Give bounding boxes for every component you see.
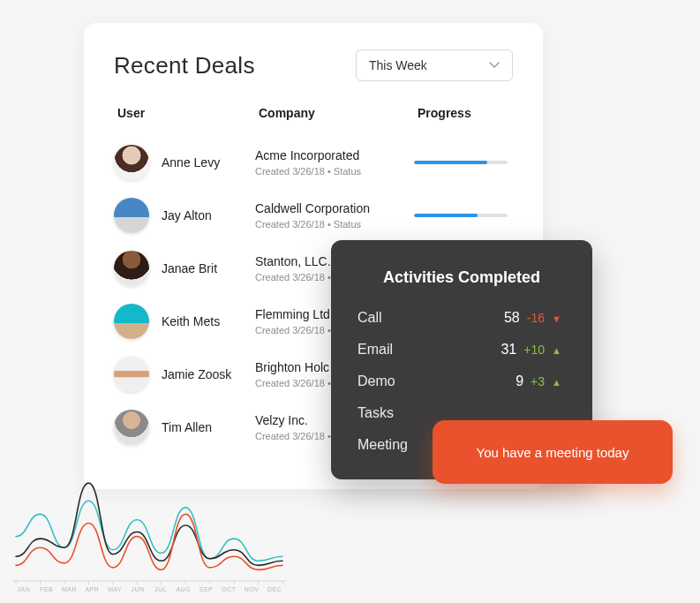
mini-line-chart — [12, 464, 286, 593]
user-cell: Jamie Zoosk — [114, 357, 255, 392]
company-name: Acme Incorporated — [255, 148, 414, 162]
progress-bar — [414, 214, 508, 217]
user-name: Tim Allen — [162, 420, 212, 434]
company-meta: Created 3/26/18 • Status — [255, 166, 414, 177]
deals-header: Recent Deals This Week — [114, 49, 513, 81]
activity-row: Email31+10▲ — [358, 342, 566, 358]
progress-cell — [414, 161, 513, 164]
activity-row: Tasks — [358, 405, 566, 421]
company-cell: Caldwell CorporationCreated 3/26/18 • St… — [255, 201, 414, 230]
user-cell: Jay Alton — [114, 198, 255, 233]
progress-cell — [414, 214, 513, 217]
progress-bar — [414, 161, 508, 164]
deals-column-headers: User Company Progress — [114, 106, 513, 120]
activity-delta: +10 — [523, 343, 545, 357]
user-name: Jay Alton — [162, 208, 212, 222]
trend-up-icon: ▲ — [552, 377, 566, 388]
month-label: MAY — [103, 586, 126, 592]
month-label: JUN — [126, 586, 149, 592]
activity-delta: -16 — [527, 311, 545, 325]
mini-chart-months: JANFEBMARAPRMAYJUNJULAUGSEPOCTNOVDEC — [12, 586, 286, 592]
month-label: NOV — [240, 586, 263, 592]
month-label: APR — [80, 586, 103, 592]
avatar — [114, 145, 149, 180]
avatar — [114, 304, 149, 339]
col-company: Company — [259, 106, 418, 120]
month-label: OCT — [217, 586, 240, 592]
user-cell: Keith Mets — [114, 304, 255, 339]
trend-down-icon: ▼ — [552, 313, 566, 324]
company-cell: Acme IncorporatedCreated 3/26/18 • Statu… — [255, 148, 414, 177]
user-cell: Tim Allen — [114, 410, 255, 445]
col-user: User — [117, 106, 259, 120]
date-range-select[interactable]: This Week — [356, 49, 513, 81]
avatar — [114, 198, 149, 233]
date-range-label: This Week — [369, 58, 427, 72]
month-label: JUL — [149, 586, 172, 592]
activity-delta: +3 — [531, 374, 545, 388]
user-cell: Janae Brit — [114, 251, 255, 286]
activity-label: Demo — [358, 373, 508, 389]
user-name: Jamie Zoosk — [162, 367, 231, 381]
activity-value: 31 — [501, 342, 516, 358]
avatar — [114, 251, 149, 286]
avatar — [114, 357, 149, 392]
month-label: MAR — [58, 586, 81, 592]
company-name: Caldwell Corporation — [255, 201, 414, 215]
table-row[interactable]: Jay AltonCaldwell CorporationCreated 3/2… — [114, 189, 513, 242]
month-label: JAN — [12, 586, 35, 592]
deals-title: Recent Deals — [114, 52, 255, 79]
month-label: DEC — [263, 586, 286, 592]
col-progress: Progress — [418, 106, 513, 120]
activity-label: Call — [358, 310, 497, 326]
chevron-down-icon — [489, 62, 500, 69]
user-name: Anne Levy — [162, 155, 220, 170]
activity-row: Call58-16▼ — [358, 310, 566, 326]
activity-row: Demo9+3▲ — [358, 373, 566, 389]
activity-label: Tasks — [358, 405, 531, 421]
activity-label: Email — [358, 342, 493, 358]
company-meta: Created 3/26/18 • Status — [255, 219, 414, 230]
month-label: SEP — [195, 586, 218, 592]
user-name: Janae Brit — [162, 261, 217, 275]
notification-text: You have a meeting today — [477, 445, 629, 460]
table-row[interactable]: Anne LevyAcme IncorporatedCreated 3/26/1… — [114, 136, 513, 189]
month-label: AUG — [172, 586, 195, 592]
trend-up-icon: ▲ — [552, 345, 566, 356]
meeting-notification[interactable]: You have a meeting today — [433, 420, 673, 484]
month-label: FEB — [35, 586, 58, 592]
activities-title: Activities Completed — [358, 268, 566, 287]
user-cell: Anne Levy — [114, 145, 255, 180]
activity-value: 9 — [516, 373, 523, 389]
user-name: Keith Mets — [162, 314, 220, 328]
activity-value: 58 — [504, 310, 520, 326]
avatar — [114, 410, 149, 445]
